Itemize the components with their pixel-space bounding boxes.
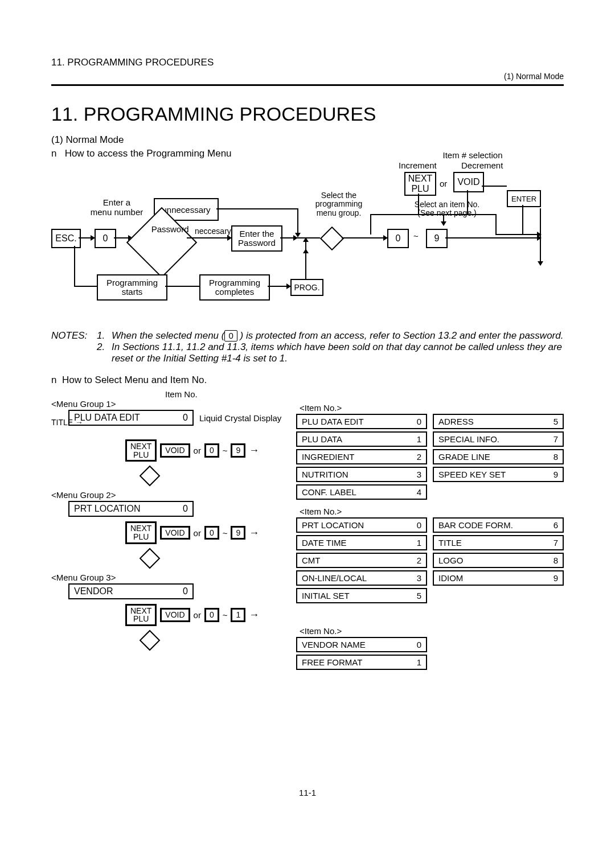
key-next-plu-3: NEXTPLU xyxy=(125,604,157,626)
item-row: INITIAL SET5 xyxy=(296,588,564,603)
item-row: PRT LOCATION0BAR CODE FORM.6 xyxy=(296,517,564,533)
page-number: 11-1 xyxy=(51,788,564,797)
item-row: FREE FORMAT1 xyxy=(296,655,564,670)
key-inline-zero: 0 xyxy=(224,330,237,342)
section-select-menu: n How to Select Menu and Item No. xyxy=(51,375,564,386)
key-void-3: VOID xyxy=(160,608,190,622)
box-enter-password: Enter thePassword xyxy=(231,225,282,252)
item-header-2: <Item No.> xyxy=(300,507,564,516)
flow-diagram: Item # selection Increment Decrement NEX… xyxy=(51,163,564,322)
keyrow-2: NEXTPLU VOID or 0 ~ 9 → xyxy=(125,521,296,544)
key-next-plu-1: NEXTPLU xyxy=(125,439,157,462)
box-prog-completes: Programmingcompletes xyxy=(199,274,270,301)
item-header-3: <Item No.> xyxy=(300,626,564,636)
subtitle-mode: (1) Normal Mode xyxy=(51,134,564,146)
page-title: 11. PROGRAMMING PROCEDURES xyxy=(51,103,564,125)
key-hi-g1: 9 xyxy=(231,443,245,458)
keyrow-3: NEXTPLU VOID or 0 ~ 1 → xyxy=(125,604,296,626)
item-cell: SPEED KEY SET9 xyxy=(433,467,564,482)
key-void: VOID xyxy=(453,172,484,192)
label-neccesary: neccesary xyxy=(195,227,231,236)
label-or: or xyxy=(440,179,447,188)
label-select-group: Select theprogrammingmenu group. xyxy=(308,191,370,217)
label-menu-group-2: <Menu Group 2> xyxy=(51,490,296,500)
note-1-num: 1. xyxy=(97,330,112,342)
item-row: PLU DATA1SPECIAL INFO.7 xyxy=(296,431,564,447)
item-cell: FREE FORMAT1 xyxy=(296,655,427,670)
item-row: VENDOR NAME0 xyxy=(296,637,564,652)
notes-block: NOTES: 1. When the selected menu (0 ) is… xyxy=(51,330,564,364)
label-select-item: Select an item No.(See next page.) xyxy=(404,200,490,218)
item-cell: PLU DATA EDIT0 xyxy=(296,414,427,429)
diamond-icon-g1 xyxy=(140,466,161,487)
item-cell: CMT2 xyxy=(296,553,427,568)
header-rule xyxy=(51,84,564,86)
key-esc: ESC. xyxy=(51,229,81,248)
key-next-plu-2: NEXTPLU xyxy=(125,521,157,544)
label-tilde: ~ xyxy=(413,231,419,241)
item-row: NUTRITION3SPEED KEY SET9 xyxy=(296,467,564,482)
display-vendor: VENDOR0 xyxy=(68,583,194,599)
item-cell: LOGO8 xyxy=(433,553,564,568)
item-row: ON-LINE/LOCAL3IDIOM9 xyxy=(296,570,564,586)
item-cell: SPECIAL INFO.7 xyxy=(433,431,564,447)
label-menu-group-1: <Menu Group 1> xyxy=(51,399,296,409)
key-hi-g2: 9 xyxy=(231,526,245,540)
label-increment: Increment xyxy=(399,161,437,170)
item-cell: CONF. LABEL4 xyxy=(296,484,427,500)
notes-lead: NOTES: xyxy=(51,330,97,342)
item-cell: GRADE LINE8 xyxy=(433,449,564,464)
key-enter: ENTER xyxy=(507,190,541,207)
item-cell: IDIOM9 xyxy=(433,570,564,586)
key-next-plu: NEXTPLU xyxy=(404,172,436,196)
item-cell: TITLE7 xyxy=(433,535,564,550)
item-row: INGREDIENT2GRADE LINE8 xyxy=(296,449,564,464)
item-cell: PLU DATA1 xyxy=(296,431,427,447)
bullet: n xyxy=(51,148,56,159)
label-title-pointer: TITLE → xyxy=(51,418,296,427)
diamond-icon-1 xyxy=(320,227,344,250)
item-cell: BAR CODE FORM.6 xyxy=(433,517,564,533)
item-cell: DATE TIME1 xyxy=(296,535,427,550)
diamond-icon-g2 xyxy=(140,548,161,569)
item-header-1: <Item No.> xyxy=(300,403,564,413)
key-prog: PROG. xyxy=(290,279,323,296)
note-2-num: 2. xyxy=(97,342,112,364)
running-header-left: 11. PROGRAMMING PROCEDURES xyxy=(51,57,564,68)
key-zero-g2: 0 xyxy=(204,526,219,540)
item-row: CONF. LABEL4 xyxy=(296,484,564,500)
item-row: CMT2LOGO8 xyxy=(296,553,564,568)
label-item-selection: Item # selection xyxy=(421,150,524,160)
label-enter-menu-number: Enter amenu number xyxy=(85,198,148,217)
item-row: DATE TIME1TITLE7 xyxy=(296,535,564,550)
key-zero-1: 0 xyxy=(95,229,116,248)
running-header-right: (1) Normal Mode xyxy=(51,72,564,81)
label-decrement: Decrement xyxy=(461,161,503,170)
display-prt-location: PRT LOCATION0 xyxy=(68,501,194,517)
item-cell: PRT LOCATION0 xyxy=(296,517,427,533)
item-cell: NUTRITION3 xyxy=(296,467,427,482)
diamond-icon-g3 xyxy=(140,630,161,651)
keyrow-1: NEXTPLU VOID or 0 ~ 9 → xyxy=(125,439,296,462)
item-cell: ADRESS5 xyxy=(433,414,564,429)
key-void-2: VOID xyxy=(160,526,190,540)
note-2-text: In Sections 11.1, 11.2 and 11.3, items w… xyxy=(112,342,564,364)
item-cell: VENDOR NAME0 xyxy=(296,637,427,652)
menu-select-diagram: Item No. <Menu Group 1> PLU DATA EDIT0 L… xyxy=(51,389,564,776)
item-cell: ON-LINE/LOCAL3 xyxy=(296,570,427,586)
key-zero-g1: 0 xyxy=(204,443,219,458)
key-nine: 9 xyxy=(426,229,448,248)
item-cell: INGREDIENT2 xyxy=(296,449,427,464)
key-zero-g3: 0 xyxy=(204,608,219,622)
item-row: PLU DATA EDIT0ADRESS5 xyxy=(296,414,564,429)
note-1-text: When the selected menu (0 ) is protected… xyxy=(112,330,564,342)
item-cell: INITIAL SET5 xyxy=(296,588,427,603)
key-void-1: VOID xyxy=(160,443,190,458)
key-hi-g3: 1 xyxy=(231,608,245,622)
label-menu-group-3: <Menu Group 3> xyxy=(51,573,296,582)
key-zero-2: 0 xyxy=(387,229,409,248)
box-prog-starts: Programmingstarts xyxy=(97,274,167,301)
